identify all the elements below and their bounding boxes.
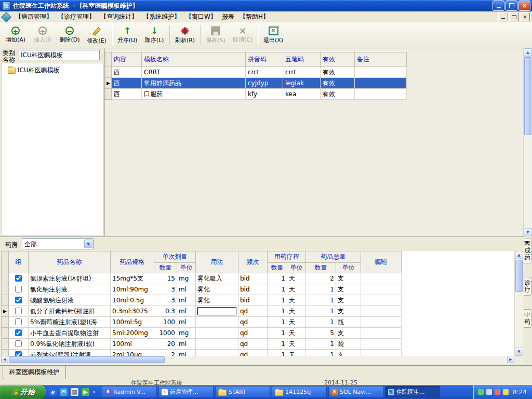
- modify-button[interactable]: 修改(E): [83, 23, 110, 47]
- drug-grid-vscrollbar[interactable]: ▲ ▼: [514, 251, 523, 356]
- drug-select-checkbox[interactable]: [15, 297, 22, 303]
- media-player-icon[interactable]: ▶: [82, 388, 89, 396]
- mail-icon[interactable]: ✉: [60, 388, 68, 396]
- bottom-tab-template-maintenance[interactable]: 科室医嘱模板维护: [3, 366, 66, 379]
- tray-icon[interactable]: [503, 389, 509, 395]
- scroll-down-icon[interactable]: ▼: [515, 348, 523, 356]
- drug-select-checkbox[interactable]: [15, 308, 22, 314]
- sort-asc-button[interactable]: ↑ 升序(U): [114, 23, 141, 47]
- workstation-icon: 医: [388, 389, 394, 395]
- drug-name-cell[interactable]: 小牛血去蛋白提取物注射: [29, 328, 111, 339]
- drug-grid-hscrollbar[interactable]: ◀ ▶: [1, 356, 514, 363]
- task-button-sql-navigator[interactable]: S SQL Navi...: [328, 386, 383, 398]
- drug-name-cell[interactable]: 氨溴索注射液(沐舒坦): [29, 273, 111, 284]
- task-button-radmin[interactable]: R Radmin V...: [102, 386, 157, 398]
- menu-item-help[interactable]: 【帮助H】: [237, 11, 272, 22]
- start-button[interactable]: 开始: [0, 385, 46, 399]
- drug-row-active[interactable]: ▶ 低分子肝素钙针(那屈肝 0.3ml:3075 0.3 ml qd 1 天 1…: [2, 306, 515, 317]
- template-row[interactable]: 西 口服药 kfy kea 有效: [105, 89, 407, 100]
- drug-name-cell[interactable]: 碳酸氢钠注射液: [29, 295, 111, 306]
- row-selector: [2, 295, 9, 306]
- tray-icon[interactable]: [495, 389, 500, 395]
- minimize-button[interactable]: [493, 1, 504, 11]
- scrollbar-thumb[interactable]: [524, 57, 531, 135]
- scrollbar-thumb[interactable]: [9, 356, 165, 363]
- row-selector: [2, 284, 9, 295]
- task-button-pharmacy-app[interactable]: + 药房管理...: [158, 386, 214, 398]
- drug-select-checkbox[interactable]: [15, 329, 22, 336]
- category-name-input[interactable]: [19, 50, 100, 60]
- scroll-right-icon[interactable]: ▶: [507, 356, 514, 363]
- usage-cell-editor[interactable]: [197, 307, 236, 315]
- save-button: 保存(S): [202, 23, 229, 47]
- mdi-restore-button[interactable]: [509, 12, 519, 21]
- tray-icon[interactable]: [486, 389, 492, 395]
- task-button-doctor-workstation[interactable]: 医 住院医生...: [385, 386, 440, 398]
- side-tab-chinese-drug[interactable]: 中药: [524, 309, 531, 328]
- tree-node-icu-template[interactable]: ICU科医嘱模板: [2, 63, 103, 75]
- row-selector: [2, 273, 9, 284]
- drug-select-checkbox[interactable]: [15, 275, 22, 282]
- template-row[interactable]: 西 CRRT crrt crrt 有效: [105, 67, 407, 78]
- refresh-button[interactable]: 刷新(R): [171, 23, 198, 47]
- side-tab-western-drug[interactable]: 西成药: [524, 238, 531, 263]
- drug-select-checkbox[interactable]: [15, 286, 22, 292]
- drug-name-cell[interactable]: 0.9%氯化钠注射液(软): [29, 339, 111, 350]
- tray-icon[interactable]: [478, 389, 484, 395]
- filler-col-header: [402, 251, 515, 273]
- drug-row[interactable]: 氯化钠注射液 10ml:90mg 3 ml 雾化 bid 1 天 1 支: [2, 284, 515, 295]
- menu-item-treatment-management[interactable]: 【诊疗管理】: [55, 11, 98, 22]
- col-header-wubi-code: 五笔码: [283, 52, 321, 67]
- drug-row[interactable]: 氨溴索注射液(沐舒坦) 15mg*5支 15 mg 雾化吸入 bid 1 天 2…: [2, 273, 515, 284]
- add-button[interactable]: + 增加(A): [2, 23, 29, 47]
- taskbar: 开始 e ✉ ▦ ▶ » R Radmin V... + 药房管理... STA…: [0, 385, 532, 399]
- sort-desc-button[interactable]: ↓ 降序(L): [141, 23, 168, 47]
- drug-name-cell[interactable]: 低分子肝素钙针(那屈肝: [29, 306, 111, 317]
- drug-row[interactable]: 0.9%氯化钠注射液(软) 100ml 20 ml qd 1 天 1 袋: [2, 339, 515, 350]
- row-selector-arrow: ▶: [105, 78, 112, 89]
- side-tab-strip: 西成药 诊疗 中药: [524, 236, 532, 365]
- delete-button[interactable]: − 删除(D): [56, 23, 83, 47]
- drug-row[interactable]: 小牛血去蛋白提取物注射 5ml:200mg 1000 mg qd 1 天 5 支: [2, 328, 515, 339]
- scroll-down-icon[interactable]: ▼: [524, 228, 532, 236]
- side-tab-treatment[interactable]: 诊疗: [524, 277, 531, 296]
- task-button-141125tj-folder[interactable]: 141125tj: [272, 386, 327, 398]
- main-area: 类别 名称 ICU科医嘱模板 内容: [0, 48, 532, 236]
- scrollbar-thumb[interactable]: [515, 260, 523, 292]
- folder-icon: [275, 390, 283, 396]
- menu-item-query-statistics[interactable]: 【查询统计】: [98, 11, 140, 22]
- sort-asc-icon: ↑: [124, 26, 131, 35]
- quick-launch-overflow-icon[interactable]: »: [92, 389, 96, 395]
- radmin-icon: R: [105, 389, 111, 395]
- scroll-up-icon[interactable]: ▲: [515, 251, 523, 259]
- scroll-up-icon[interactable]: ▲: [524, 48, 532, 57]
- drug-name-cell[interactable]: 5%葡萄糖注射液(塑)(海: [29, 317, 111, 328]
- chevron-down-icon[interactable]: ▼: [84, 240, 92, 248]
- pharmacy-app-icon: +: [162, 389, 168, 395]
- drug-name-cell[interactable]: 氯化钠注射液: [29, 284, 111, 295]
- scroll-left-icon[interactable]: ◀: [1, 356, 8, 363]
- template-table-area: 内容 模板名称 拼音码 五笔码 有效 备注 西 CRRT crrt crrt: [105, 48, 524, 236]
- menu-item-window[interactable]: 【窗口W】: [183, 11, 219, 22]
- mdi-close-button[interactable]: ×: [520, 12, 530, 21]
- task-button-start-folder[interactable]: START: [215, 386, 270, 398]
- maximize-button[interactable]: [506, 1, 517, 11]
- menu-item-case-management[interactable]: 【病历管理】: [12, 11, 55, 22]
- drug-row[interactable]: 碳酸氢钠注射液 10ml:0.5g 3 ml 雾化 bid 1 天 1 支: [2, 295, 515, 306]
- menu-item-reports[interactable]: 报表: [219, 11, 237, 22]
- pharmacy-select[interactable]: 全部 ▼: [22, 238, 94, 249]
- template-area-scrollbar[interactable]: ▲ ▼: [523, 48, 532, 236]
- col-header-advice: 嘱咐: [361, 251, 402, 273]
- menu-item-system-maintenance[interactable]: 【系统维护】: [140, 11, 183, 22]
- mdi-minimize-button[interactable]: [498, 12, 508, 21]
- drug-select-checkbox[interactable]: [15, 318, 22, 325]
- drug-row[interactable]: 5%葡萄糖注射液(塑)(海 100ml:5g 100 ml qd 1 天 1 瓶: [2, 317, 515, 328]
- drug-select-checkbox[interactable]: [15, 340, 22, 347]
- ie-icon[interactable]: e: [49, 388, 57, 396]
- show-desktop-icon[interactable]: ▦: [71, 388, 78, 396]
- close-button[interactable]: ×: [518, 1, 530, 11]
- task-buttons: R Radmin V... + 药房管理... START 141125tj S…: [102, 386, 440, 398]
- template-row-selected[interactable]: ▶ 西 常用静滴药品 cyjdyp iegiak 有效: [105, 78, 407, 89]
- add-icon: +: [11, 26, 20, 35]
- exit-button[interactable]: × 退出(X): [260, 23, 287, 47]
